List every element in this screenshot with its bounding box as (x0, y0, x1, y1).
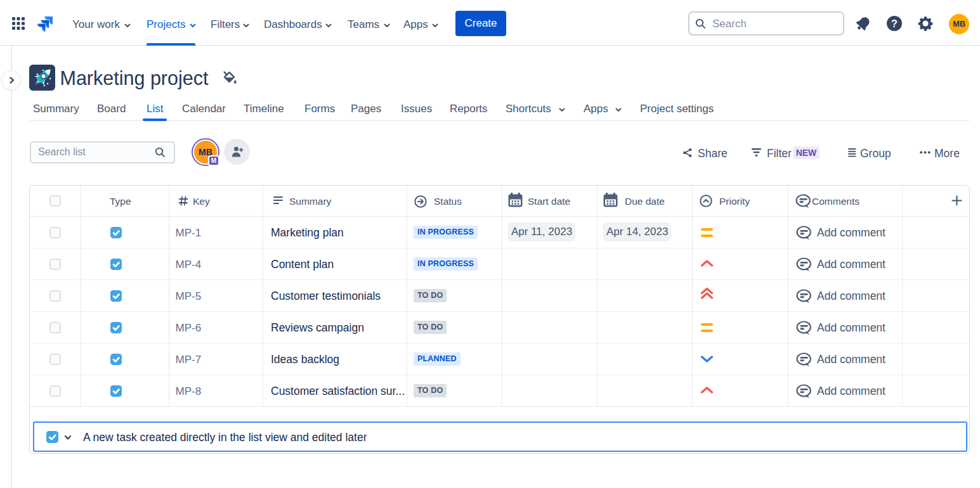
svg-text:?: ? (891, 18, 898, 29)
